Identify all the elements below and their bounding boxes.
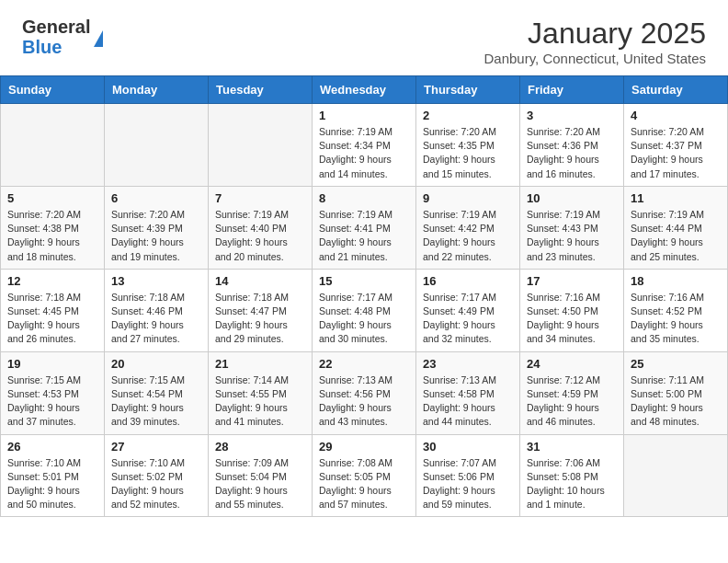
day-info: Sunrise: 7:19 AMSunset: 4:40 PMDaylight:… <box>215 208 305 264</box>
day-info: Sunrise: 7:18 AMSunset: 4:47 PMDaylight:… <box>215 291 305 347</box>
day-number: 22 <box>319 357 409 371</box>
calendar-day-cell: 16Sunrise: 7:17 AMSunset: 4:49 PMDayligh… <box>416 269 520 351</box>
calendar-day-cell: 14Sunrise: 7:18 AMSunset: 4:47 PMDayligh… <box>209 269 313 351</box>
day-info: Sunrise: 7:20 AMSunset: 4:36 PMDaylight:… <box>527 125 617 181</box>
day-info: Sunrise: 7:07 AMSunset: 5:06 PMDaylight:… <box>423 456 513 512</box>
day-number: 13 <box>111 274 201 288</box>
calendar-day-cell: 4Sunrise: 7:20 AMSunset: 4:37 PMDaylight… <box>624 104 728 187</box>
day-number: 2 <box>423 109 513 122</box>
day-number: 29 <box>319 440 409 454</box>
calendar-day-cell: 11Sunrise: 7:19 AMSunset: 4:44 PMDayligh… <box>624 186 728 269</box>
day-info: Sunrise: 7:06 AMSunset: 5:08 PMDaylight:… <box>527 456 617 512</box>
calendar-day-cell: 18Sunrise: 7:16 AMSunset: 4:52 PMDayligh… <box>624 269 728 351</box>
day-of-week-header: Sunday <box>1 76 105 104</box>
day-of-week-header: Friday <box>520 76 624 104</box>
day-number: 21 <box>215 357 305 371</box>
day-info: Sunrise: 7:16 AMSunset: 4:50 PMDaylight:… <box>527 291 617 347</box>
day-number: 11 <box>631 191 721 205</box>
day-info: Sunrise: 7:17 AMSunset: 4:49 PMDaylight:… <box>423 291 513 347</box>
day-of-week-header: Tuesday <box>209 76 313 104</box>
day-info: Sunrise: 7:17 AMSunset: 4:48 PMDaylight:… <box>319 291 409 347</box>
calendar-day-cell: 2Sunrise: 7:20 AMSunset: 4:35 PMDaylight… <box>416 104 520 187</box>
calendar-day-cell: 3Sunrise: 7:20 AMSunset: 4:36 PMDaylight… <box>520 104 624 187</box>
day-info: Sunrise: 7:16 AMSunset: 4:52 PMDaylight:… <box>631 291 721 347</box>
day-number: 10 <box>527 191 617 205</box>
title-block: January 2025 Danbury, Connecticut, Unite… <box>483 17 706 66</box>
calendar-day-cell: 13Sunrise: 7:18 AMSunset: 4:46 PMDayligh… <box>105 269 209 351</box>
calendar-day-cell: 19Sunrise: 7:15 AMSunset: 4:53 PMDayligh… <box>1 351 105 434</box>
day-info: Sunrise: 7:20 AMSunset: 4:38 PMDaylight:… <box>7 208 97 264</box>
day-number: 31 <box>527 440 617 454</box>
day-info: Sunrise: 7:13 AMSunset: 4:56 PMDaylight:… <box>319 373 409 430</box>
day-of-week-header: Saturday <box>624 76 728 104</box>
week-row: 26Sunrise: 7:10 AMSunset: 5:01 PMDayligh… <box>1 434 728 517</box>
week-row: 19Sunrise: 7:15 AMSunset: 4:53 PMDayligh… <box>1 351 728 434</box>
day-number: 24 <box>527 357 617 371</box>
calendar-day-cell: 5Sunrise: 7:20 AMSunset: 4:38 PMDaylight… <box>1 186 105 269</box>
day-info: Sunrise: 7:19 AMSunset: 4:41 PMDaylight:… <box>319 208 409 264</box>
calendar-day-cell: 21Sunrise: 7:14 AMSunset: 4:55 PMDayligh… <box>209 351 313 434</box>
week-row: 12Sunrise: 7:18 AMSunset: 4:45 PMDayligh… <box>1 269 728 351</box>
calendar-day-cell: 7Sunrise: 7:19 AMSunset: 4:40 PMDaylight… <box>209 186 313 269</box>
location-subtitle: Danbury, Connecticut, United States <box>483 51 706 66</box>
week-row: 1Sunrise: 7:19 AMSunset: 4:34 PMDaylight… <box>1 104 728 187</box>
logo-general-text: General <box>22 17 90 37</box>
day-number: 23 <box>423 357 513 371</box>
day-number: 5 <box>7 191 97 205</box>
day-number: 6 <box>111 191 201 205</box>
calendar-day-cell: 22Sunrise: 7:13 AMSunset: 4:56 PMDayligh… <box>313 351 416 434</box>
day-number: 30 <box>423 440 513 454</box>
logo: General Blue <box>22 17 103 57</box>
calendar-day-cell: 17Sunrise: 7:16 AMSunset: 4:50 PMDayligh… <box>520 269 624 351</box>
calendar-day-cell: 15Sunrise: 7:17 AMSunset: 4:48 PMDayligh… <box>313 269 416 351</box>
day-number: 26 <box>7 440 97 454</box>
calendar-day-cell: 31Sunrise: 7:06 AMSunset: 5:08 PMDayligh… <box>520 434 624 517</box>
calendar-table: SundayMondayTuesdayWednesdayThursdayFrid… <box>0 75 728 517</box>
logo-triangle-icon <box>94 30 103 47</box>
day-number: 14 <box>215 274 305 288</box>
day-number: 25 <box>631 357 721 371</box>
day-number: 8 <box>319 191 409 205</box>
calendar-day-cell <box>209 104 313 187</box>
week-row: 5Sunrise: 7:20 AMSunset: 4:38 PMDaylight… <box>1 186 728 269</box>
day-number: 19 <box>7 357 97 371</box>
day-number: 16 <box>423 274 513 288</box>
day-number: 17 <box>527 274 617 288</box>
calendar-day-cell: 20Sunrise: 7:15 AMSunset: 4:54 PMDayligh… <box>105 351 209 434</box>
day-of-week-header: Monday <box>105 76 209 104</box>
calendar-day-cell: 1Sunrise: 7:19 AMSunset: 4:34 PMDaylight… <box>313 104 416 187</box>
day-info: Sunrise: 7:11 AMSunset: 5:00 PMDaylight:… <box>631 373 721 430</box>
day-info: Sunrise: 7:19 AMSunset: 4:44 PMDaylight:… <box>631 208 721 264</box>
day-info: Sunrise: 7:08 AMSunset: 5:05 PMDaylight:… <box>319 456 409 512</box>
day-info: Sunrise: 7:12 AMSunset: 4:59 PMDaylight:… <box>527 373 617 430</box>
logo-blue-text: Blue <box>22 37 90 57</box>
day-info: Sunrise: 7:20 AMSunset: 4:37 PMDaylight:… <box>631 125 721 181</box>
day-info: Sunrise: 7:15 AMSunset: 4:53 PMDaylight:… <box>7 373 97 430</box>
calendar-day-cell: 12Sunrise: 7:18 AMSunset: 4:45 PMDayligh… <box>1 269 105 351</box>
day-info: Sunrise: 7:18 AMSunset: 4:46 PMDaylight:… <box>111 291 201 347</box>
day-number: 4 <box>631 109 721 122</box>
day-info: Sunrise: 7:19 AMSunset: 4:34 PMDaylight:… <box>319 125 409 181</box>
day-info: Sunrise: 7:20 AMSunset: 4:35 PMDaylight:… <box>423 125 513 181</box>
calendar-day-cell: 25Sunrise: 7:11 AMSunset: 5:00 PMDayligh… <box>624 351 728 434</box>
calendar-day-cell <box>105 104 209 187</box>
day-number: 9 <box>423 191 513 205</box>
day-info: Sunrise: 7:14 AMSunset: 4:55 PMDaylight:… <box>215 373 305 430</box>
day-number: 3 <box>527 109 617 122</box>
calendar-day-cell: 30Sunrise: 7:07 AMSunset: 5:06 PMDayligh… <box>416 434 520 517</box>
calendar-day-cell: 10Sunrise: 7:19 AMSunset: 4:43 PMDayligh… <box>520 186 624 269</box>
calendar-day-cell <box>624 434 728 517</box>
calendar-day-cell: 26Sunrise: 7:10 AMSunset: 5:01 PMDayligh… <box>1 434 105 517</box>
day-of-week-header: Wednesday <box>313 76 416 104</box>
day-info: Sunrise: 7:15 AMSunset: 4:54 PMDaylight:… <box>111 373 201 430</box>
day-number: 20 <box>111 357 201 371</box>
day-info: Sunrise: 7:18 AMSunset: 4:45 PMDaylight:… <box>7 291 97 347</box>
calendar-day-cell: 24Sunrise: 7:12 AMSunset: 4:59 PMDayligh… <box>520 351 624 434</box>
day-info: Sunrise: 7:10 AMSunset: 5:02 PMDaylight:… <box>111 456 201 512</box>
day-number: 28 <box>215 440 305 454</box>
day-info: Sunrise: 7:19 AMSunset: 4:43 PMDaylight:… <box>527 208 617 264</box>
day-number: 1 <box>319 109 409 122</box>
day-info: Sunrise: 7:13 AMSunset: 4:58 PMDaylight:… <box>423 373 513 430</box>
calendar-day-cell: 6Sunrise: 7:20 AMSunset: 4:39 PMDaylight… <box>105 186 209 269</box>
day-number: 27 <box>111 440 201 454</box>
